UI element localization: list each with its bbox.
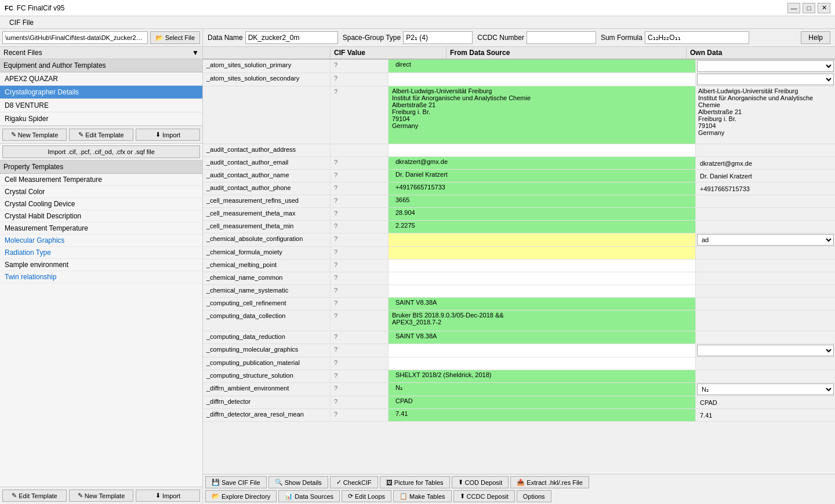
table-row: _audit_contact_author_phone ? +491766571…	[203, 182, 835, 195]
row-source: SHELXT 2018/2 (Sheldrick, 2018)	[389, 370, 696, 382]
ccdc-input[interactable]	[527, 31, 596, 44]
row-source	[389, 357, 696, 370]
picture-icon: 🖼	[386, 479, 393, 486]
row-cif: ?	[331, 331, 389, 344]
show-details-button[interactable]: 🔍 Show Details	[268, 476, 328, 488]
new-template-button-top[interactable]: ✎ New Template	[2, 129, 67, 141]
file-path-input[interactable]	[2, 31, 148, 44]
picture-tables-button[interactable]: 🖼 Picture for Tables	[380, 476, 450, 488]
edit-template-button-bottom[interactable]: ✎ Edit Template	[2, 490, 67, 502]
row-source	[389, 247, 696, 259]
row-source: SAINT V8.38A	[389, 331, 696, 344]
property-item-cell-temp[interactable]: Cell Measurement Temperature	[0, 174, 202, 186]
minimize-button[interactable]: —	[787, 3, 800, 13]
make-tables-button[interactable]: 📋 Make Tables	[393, 490, 452, 502]
table-row: _atom_sites_solution_secondary ?	[203, 73, 835, 86]
property-item-crystal-cooling[interactable]: Crystal Cooling Device	[0, 198, 202, 210]
row-name: _chemical_melting_point	[203, 260, 331, 272]
help-button[interactable]: Help	[801, 31, 830, 44]
ccdc-deposit-button[interactable]: ⬆ CCDC Deposit	[453, 490, 515, 502]
titlebar-left: FC FC FinalCif v95	[5, 4, 64, 12]
explore-dir-button[interactable]: 📂 Explore Directory	[205, 490, 277, 502]
own-data-select-ambient[interactable]: N₂	[697, 384, 834, 395]
new-icon-bottom: ✎	[78, 492, 83, 499]
row-cif: ?	[331, 272, 389, 284]
row-own	[696, 144, 835, 156]
space-group-input[interactable]	[403, 31, 473, 44]
save-icon: 💾	[212, 479, 220, 486]
row-name: _computing_data_collection	[203, 311, 331, 331]
template-item-apex2[interactable]: APEX2 QUAZAR	[0, 72, 202, 86]
own-data-select[interactable]	[697, 74, 834, 85]
row-name: _diffrn_ambient_environment	[203, 383, 331, 396]
row-own	[696, 247, 835, 259]
table-row: _computing_data_reduction ? SAINT V8.38A	[203, 331, 835, 344]
property-item-crystal-color[interactable]: Crystal Color	[0, 186, 202, 198]
template-item-crystallographer[interactable]: Crystallographer Details	[0, 86, 202, 99]
close-button[interactable]: ✕	[818, 3, 830, 13]
maximize-button[interactable]: □	[803, 3, 815, 13]
row-cif: ?	[331, 73, 389, 86]
sum-formula-input[interactable]	[645, 31, 749, 44]
row-cif: ?	[331, 195, 389, 207]
own-data-select-abs-config[interactable]: ad	[697, 234, 834, 246]
top-controls: Data Name Space-Group Type CCDC Number S…	[203, 29, 835, 47]
table-header: CIF Value From Data Source Own Data	[203, 47, 835, 60]
data-sources-icon: 📊	[285, 492, 293, 500]
row-cif: ?	[331, 208, 389, 220]
property-item-meas-temp[interactable]: Measurement Temperature	[0, 222, 202, 235]
data-sources-button[interactable]: 📊 Data Sources	[278, 490, 340, 502]
row-cif: ?	[331, 285, 389, 297]
property-item-sample[interactable]: Sample environment	[0, 259, 202, 271]
table-row: _computing_data_collection ? Bruker BIS …	[203, 311, 835, 331]
header-own-data: Own Data	[687, 47, 826, 59]
data-name-input[interactable]	[245, 31, 338, 44]
row-cif: ?	[331, 409, 389, 421]
row-cif: ?	[331, 60, 389, 72]
cod-deposit-button[interactable]: ⬆ COD Deposit	[452, 476, 509, 488]
bottom-toolbar: 💾 Save CIF File 🔍 Show Details ✓ CheckCI…	[203, 474, 835, 504]
row-source: direct	[389, 60, 696, 72]
import-file-area: Import .cif, .pcf, .cif_od, .cfx or .sqf…	[0, 144, 202, 160]
bottom-btn-row: ✎ Edit Template ✎ New Template ⬇ Import	[0, 487, 202, 504]
import-button-bottom[interactable]: ⬇ Import	[136, 490, 200, 502]
table-row: _audit_contact_author_address	[203, 144, 835, 157]
table-area: CIF Value From Data Source Own Data _ato…	[203, 47, 835, 474]
edit-template-icon: ✎	[78, 131, 84, 138]
row-own: Albert-Ludwigs-Universität Freiburg Inst…	[696, 86, 835, 144]
row-own	[696, 60, 835, 72]
extract-hkl-button[interactable]: 📤 Extract .hkl/.res File	[510, 476, 589, 488]
select-file-button[interactable]: 📂 Select File	[150, 31, 200, 44]
template-item-rigaku[interactable]: Rigaku Spider	[0, 112, 202, 126]
edit-loops-button[interactable]: ⟳ Edit Loops	[342, 490, 391, 502]
row-source: +4917665715733	[389, 182, 696, 195]
own-data-select-mol-graphics[interactable]	[697, 345, 834, 356]
edit-loops-icon: ⟳	[348, 492, 353, 500]
cod-icon: ⬆	[458, 479, 463, 486]
row-own: dkratzert@gmx.de	[696, 157, 835, 169]
row-name: _diffrn_detector_area_resol_mean	[203, 409, 331, 421]
property-item-crystal-habit[interactable]: Crystal Habit Description	[0, 210, 202, 222]
table-row: _atom_sites_solution_primary ? direct	[203, 60, 835, 73]
options-button[interactable]: Options	[517, 490, 551, 502]
table-scroll[interactable]: _atom_sites_solution_primary ? direct _a…	[203, 60, 835, 474]
property-item-radiation[interactable]: Radiation Type	[0, 247, 202, 259]
new-template-button-bottom[interactable]: ✎ New Template	[69, 490, 133, 502]
row-own: Dr. Daniel Kratzert	[696, 170, 835, 182]
recent-files-header[interactable]: Recent Files ▼	[0, 47, 202, 59]
save-cif-button[interactable]: 💾 Save CIF File	[205, 476, 267, 488]
property-item-mol-graphics[interactable]: Molecular Graphics	[0, 235, 202, 247]
template-item-d8venture[interactable]: D8 VENTURE	[0, 99, 202, 112]
row-name: _audit_contact_author_name	[203, 170, 331, 182]
space-group-group: Space-Group Type	[343, 31, 473, 44]
menu-cif-file[interactable]: CIF File	[5, 17, 38, 28]
import-button-top[interactable]: ⬇ Import	[136, 129, 200, 141]
property-item-twin[interactable]: Twin relationship	[0, 271, 202, 283]
row-name: _computing_structure_solution	[203, 370, 331, 382]
row-source	[389, 233, 696, 246]
edit-template-button-top[interactable]: ✎ Edit Template	[69, 129, 133, 141]
own-data-select[interactable]	[697, 60, 834, 72]
check-cif-button[interactable]: ✓ CheckCIF	[330, 476, 378, 488]
row-own	[696, 344, 835, 357]
import-file-button[interactable]: Import .cif, .pcf, .cif_od, .cfx or .sqf…	[2, 145, 200, 158]
